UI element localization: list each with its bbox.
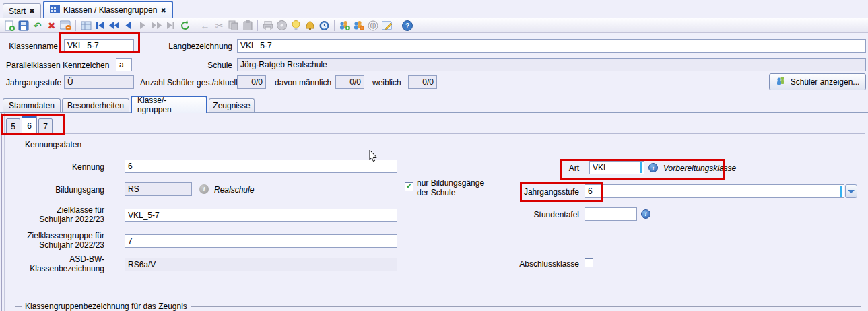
back-arrow-icon[interactable]: ←: [199, 19, 211, 32]
edit-form-icon[interactable]: [380, 19, 393, 32]
subtab-5[interactable]: 5: [6, 118, 20, 134]
art-combo-caret: [640, 162, 642, 173]
tab-besonderheiten[interactable]: Besonderheiten: [62, 98, 129, 112]
abschlussklasse-label: Abschlussklasse: [515, 259, 579, 269]
svg-text:?: ?: [405, 22, 409, 30]
students-icon: [776, 76, 787, 88]
parentheses-icon[interactable]: (|): [366, 19, 379, 32]
nur-bildungsgaenge-label-1: nur Bildungsgänge: [417, 178, 484, 188]
undo-icon[interactable]: ↶: [31, 19, 44, 32]
toolbar-separator: [195, 20, 195, 31]
langbezeichnung-input[interactable]: [237, 39, 866, 53]
tab-start-label: Start: [9, 7, 26, 16]
tab-zeugnisse[interactable]: Zeugnisse: [209, 98, 255, 112]
hint-bulb-icon[interactable]: [290, 19, 302, 32]
tab-klasse-ngruppen[interactable]: Klasse/-ngruppen: [131, 96, 207, 113]
klassengruppenbezeichnung-legend: Klassengruppenbezeichnung für das Zeugni…: [22, 302, 191, 311]
jahrgangsstufe-combo-caret: [840, 186, 842, 197]
grid-icon: [50, 5, 60, 15]
jahrgangsstufe-dropdown-button[interactable]: [845, 184, 857, 198]
tab-klassen-klassengruppen[interactable]: Klassen / Klassengruppen ✖: [43, 1, 173, 18]
tab-stammdaten-label: Stammdaten: [9, 101, 55, 110]
parallelklassen-label: Parallelklassen Kennzeichen: [6, 61, 109, 70]
deactivate-record-icon[interactable]: [59, 19, 72, 32]
new-record-icon[interactable]: [3, 19, 15, 32]
reminder-clock-icon[interactable]: [318, 19, 331, 32]
table-view-icon[interactable]: [79, 19, 92, 32]
notification-bell-icon[interactable]: [304, 19, 316, 32]
nur-bildungsgaenge-label-2: der Schule: [417, 188, 455, 197]
zielklassengruppe-label-2: Schuljahr 2022/23: [9, 240, 104, 250]
toolbar-separator: [397, 20, 397, 31]
nav-prev-icon[interactable]: [122, 19, 135, 32]
maennlich-label: davon männlich: [275, 78, 331, 88]
remove-group-icon[interactable]: [352, 19, 365, 32]
toolbar-separator: [75, 20, 76, 31]
klassenname-input[interactable]: [64, 39, 134, 53]
kennung-input[interactable]: [125, 160, 397, 173]
parallelklassen-input[interactable]: [116, 58, 132, 71]
nav-first-icon[interactable]: [94, 19, 106, 32]
zielklasse-input[interactable]: [125, 209, 397, 222]
cut-icon[interactable]: ✂: [213, 19, 226, 32]
subtab-5-label: 5: [11, 122, 15, 131]
tab-start[interactable]: Start ✖: [3, 3, 41, 18]
jahrgangsstufe-header-label: Jahrgangsstufe: [6, 78, 61, 88]
info-icon: i: [648, 163, 658, 172]
save-icon[interactable]: [17, 19, 30, 32]
langbezeichnung-label: Langbezeichnung: [152, 42, 232, 51]
panel-left-inner-border: [4, 113, 5, 311]
zielklasse-label-1: Zielklasse für: [20, 205, 104, 215]
art-input[interactable]: [589, 161, 644, 174]
weiblich-input: [408, 75, 437, 89]
print-icon[interactable]: [261, 19, 274, 32]
copy-icon[interactable]: [227, 19, 240, 32]
subtab-6[interactable]: 6: [22, 116, 37, 134]
weiblich-label: weiblich: [372, 78, 401, 88]
abschlussklasse-checkbox[interactable]: [585, 258, 593, 267]
zielklassengruppe-label-1: Zielklassengruppe für: [9, 231, 104, 240]
klassenname-label: Klassenname: [7, 42, 58, 51]
mouse-cursor: [369, 149, 378, 164]
jahrgangsstufe-header-input: [64, 75, 134, 89]
paste-icon[interactable]: [241, 19, 254, 32]
kennungsdaten-legend: Kennungsdaten: [22, 140, 85, 149]
tab-klassen-label: Klassen / Klassengruppen: [63, 5, 157, 15]
kennung-label: Kennung: [37, 162, 104, 172]
subtab-bottom-border: [5, 133, 865, 134]
nav-next-fast-icon[interactable]: [150, 19, 163, 32]
svg-text:(|): (|): [370, 23, 376, 29]
toolbar-separator: [257, 20, 258, 31]
jahrgangsstufe-input[interactable]: [585, 184, 844, 198]
asdbw-label-1: ASD-BW-: [20, 254, 104, 264]
close-icon[interactable]: ✖: [29, 7, 34, 15]
toolbar-separator: [334, 20, 335, 31]
nur-bildungsgaenge-checkbox[interactable]: [405, 182, 413, 191]
info-icon: i: [199, 184, 209, 194]
zielklasse-label-2: Schuljahr 2022/23: [20, 215, 104, 224]
schule-label: Schule: [165, 61, 232, 70]
nav-prev-fast-icon[interactable]: [108, 19, 121, 32]
anzahl-label: Anzahl Schüler ges./aktuell: [140, 78, 232, 88]
tab-stammdaten[interactable]: Stammdaten: [3, 98, 61, 112]
add-group-icon[interactable]: [338, 19, 351, 32]
bildungsgang-input[interactable]: [125, 182, 192, 196]
kennungsdaten-border: [15, 145, 861, 145]
refresh-icon[interactable]: [178, 19, 191, 32]
close-icon[interactable]: ✖: [160, 7, 166, 14]
subtab-6-label: 6: [27, 121, 32, 131]
subtab-7-label: 7: [43, 122, 48, 131]
delete-icon[interactable]: ✖: [45, 19, 58, 32]
zielklassengruppe-input[interactable]: [125, 234, 397, 248]
nav-next-icon[interactable]: [136, 19, 149, 32]
nav-last-icon[interactable]: [164, 19, 177, 32]
subtab-7[interactable]: 7: [38, 118, 53, 134]
help-icon[interactable]: ?: [401, 19, 413, 32]
info-icon: i: [641, 209, 650, 219]
schueler-anzeigen-button[interactable]: Schüler anzeigen...: [769, 73, 866, 90]
art-label: Art: [552, 164, 579, 173]
stundentafel-input[interactable]: [585, 207, 637, 221]
tab-klasse-ngruppen-label: Klasse/-ngruppen: [137, 96, 201, 114]
chevron-down-icon: [848, 186, 855, 196]
export-disc-icon[interactable]: [275, 19, 288, 32]
